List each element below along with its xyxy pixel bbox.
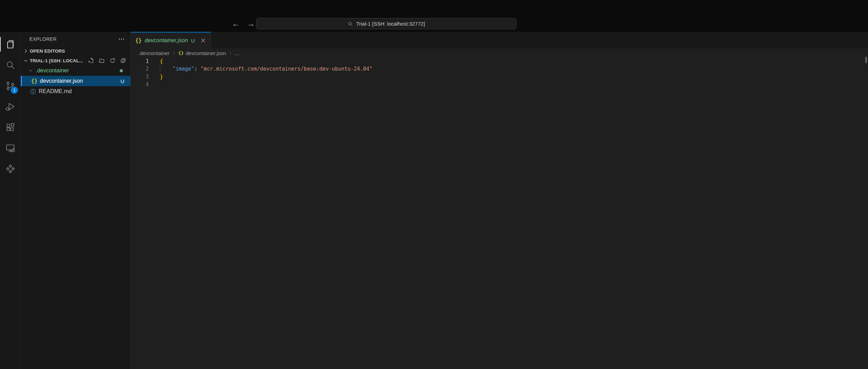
tree-item--devcontainer[interactable]: .devcontainer <box>21 65 130 76</box>
new-folder-icon[interactable] <box>99 57 105 64</box>
file-label: devcontainer.json <box>40 78 83 84</box>
file-tree: .devcontainer{}devcontainer.jsonUREADME.… <box>21 65 130 97</box>
json-icon: {} <box>31 78 37 84</box>
activity-item-extensions[interactable] <box>0 117 20 138</box>
workspace-label: TRIAL-1 [SSH: LOCAL... <box>30 58 83 63</box>
chevron-right-icon <box>228 51 233 56</box>
code-text: "image": "mcr.microsoft.com/devcontainer… <box>160 65 372 73</box>
command-center-label: Trial-1 [SSH: localhost:32772] <box>356 21 425 27</box>
line-number: 3 <box>131 73 149 81</box>
line-number: 2 <box>131 65 149 73</box>
breadcrumbs: .devcontainer{}devcontainer.json... <box>131 48 868 57</box>
code-line: 1{ <box>131 57 868 65</box>
refresh-icon[interactable] <box>109 57 116 64</box>
tab-bar: {} devcontainer.json U <box>131 32 868 48</box>
code-line: 3} <box>131 73 868 81</box>
line-number: 4 <box>131 81 149 88</box>
file-label: README.md <box>39 88 72 94</box>
tab-git-badge: U <box>191 38 195 44</box>
nav-arrows: ← → <box>230 16 257 32</box>
json-icon: {} <box>178 51 184 56</box>
overview-ruler-mark <box>865 57 867 63</box>
chevron-down-icon <box>23 58 29 64</box>
source-control-badge: 1 <box>11 87 18 94</box>
code-token: "image" <box>172 66 194 72</box>
files-icon <box>5 39 16 50</box>
more-actions-icon[interactable] <box>118 36 125 43</box>
open-editors-section[interactable]: OPEN EDITORS <box>21 46 130 56</box>
tab-label: devcontainer.json <box>145 37 188 44</box>
activity-item-run-debug[interactable] <box>0 96 20 117</box>
breadcrumb-item[interactable]: .devcontainer <box>138 50 170 56</box>
code-token: "mcr.microsoft.com/devcontainers/base:de… <box>200 66 372 72</box>
code-token: { <box>160 58 163 64</box>
search-icon <box>5 60 16 70</box>
close-icon[interactable] <box>200 37 206 44</box>
activity-item-source-control[interactable]: 1 <box>0 75 20 96</box>
breadcrumb-label: .devcontainer <box>138 50 170 56</box>
chevron-right-icon <box>171 51 177 56</box>
title-bar: ← → Trial-1 [SSH: localhost:32772] <box>0 0 868 32</box>
explorer-sidebar: EXPLORER OPEN EDITORS TRIAL-1 [SSH: LOCA… <box>21 32 131 369</box>
activity-item-remote-explorer[interactable] <box>0 138 20 159</box>
activity-bar: 1 <box>0 32 21 369</box>
line-number: 1 <box>131 57 149 65</box>
run-debug-icon <box>5 101 16 112</box>
vscode-window: ← → Trial-1 [SSH: localhost:32772] 1 EXP… <box>0 0 868 369</box>
search-icon <box>347 21 353 27</box>
code-token: } <box>160 74 163 80</box>
indent-guide <box>160 65 160 73</box>
json-icon: {} <box>135 37 142 44</box>
containers-icon <box>5 164 16 174</box>
sidebar-header: EXPLORER <box>21 32 130 46</box>
code-text: { <box>160 57 163 65</box>
code-editor[interactable]: 1{2 "image": "mcr.microsoft.com/devconta… <box>131 57 868 89</box>
workspace-section[interactable]: TRIAL-1 [SSH: LOCAL... <box>21 56 130 65</box>
breadcrumb-label: devcontainer.json <box>186 50 226 56</box>
tree-item-readme-md[interactable]: README.md <box>21 86 130 97</box>
code-token <box>160 66 172 72</box>
activity-item-containers[interactable] <box>0 159 20 179</box>
workspace-actions <box>88 57 130 64</box>
chevron-down-icon <box>28 68 33 73</box>
breadcrumb-item[interactable]: {}devcontainer.json <box>178 50 226 56</box>
nav-back-button[interactable]: ← <box>230 19 242 29</box>
command-center[interactable]: Trial-1 [SSH: localhost:32772] <box>256 18 516 29</box>
activity-item-search[interactable] <box>0 55 20 75</box>
breadcrumb-item[interactable]: ... <box>235 50 239 56</box>
breadcrumb-label: ... <box>235 50 239 56</box>
nav-forward-button[interactable]: → <box>245 19 257 29</box>
info-icon <box>30 88 36 95</box>
tree-item-devcontainer-json[interactable]: {}devcontainer.jsonU <box>21 76 130 86</box>
code-token: : <box>194 66 200 72</box>
folder-label: .devcontainer <box>36 68 69 74</box>
remote-explorer-icon <box>5 143 16 153</box>
code-line: 4 <box>131 81 868 88</box>
chevron-right-icon <box>23 48 29 54</box>
extensions-icon <box>5 122 16 133</box>
sidebar-title: EXPLORER <box>29 36 57 42</box>
tab-devcontainer-json[interactable]: {} devcontainer.json U <box>131 32 211 48</box>
git-status-badge: U <box>120 78 124 84</box>
activity-item-explorer[interactable] <box>0 34 20 55</box>
code-text: } <box>160 73 163 81</box>
git-modified-dot <box>120 69 123 72</box>
editor-area: {} devcontainer.json U .devcontainer{}de… <box>131 32 868 369</box>
collapse-all-icon[interactable] <box>120 57 126 64</box>
new-file-icon[interactable] <box>88 57 94 64</box>
open-editors-label: OPEN EDITORS <box>30 48 65 54</box>
code-line: 2 "image": "mcr.microsoft.com/devcontain… <box>131 65 868 73</box>
